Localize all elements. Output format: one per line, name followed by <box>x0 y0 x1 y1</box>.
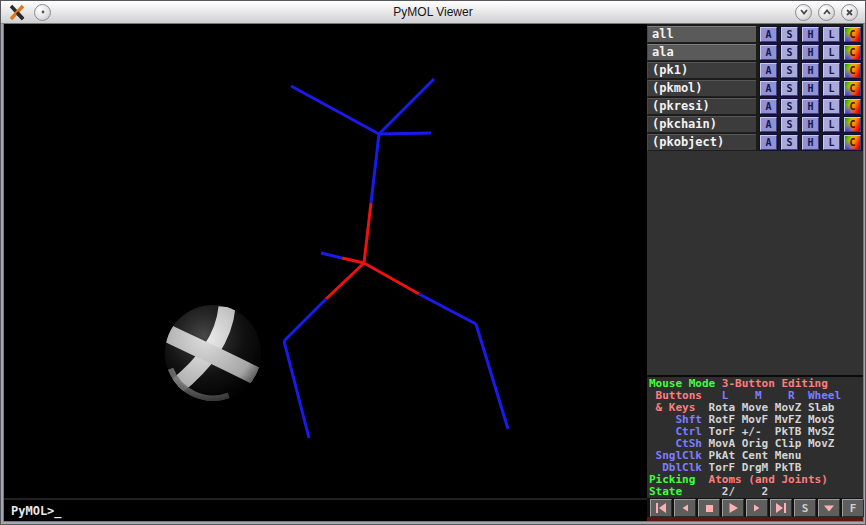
color-c-button[interactable]: C <box>844 27 861 42</box>
play-icon <box>728 503 739 513</box>
show-s-button[interactable]: S <box>781 63 798 78</box>
object-name[interactable]: (pk1) <box>647 62 756 79</box>
x11-logo-icon <box>8 4 26 21</box>
viewport-3d[interactable] <box>4 24 647 498</box>
skip-to-end-icon <box>775 503 787 513</box>
show-s-button[interactable]: S <box>781 135 798 150</box>
playback-controls: S F <box>647 498 863 521</box>
object-name[interactable]: (pkobject) <box>647 134 756 151</box>
frame-menu-button[interactable] <box>818 499 840 517</box>
hide-h-button[interactable]: H <box>802 27 819 42</box>
command-line-input[interactable]: PyMOL>_ <box>4 498 647 521</box>
shade-button[interactable] <box>795 4 812 21</box>
triangle-down-icon <box>823 504 835 513</box>
window-title: PyMOL Viewer <box>1 5 865 19</box>
object-name[interactable]: ala <box>647 44 756 61</box>
action-a-button[interactable]: A <box>760 135 777 150</box>
cli-prompt: PyMOL> <box>11 504 54 518</box>
color-c-button[interactable]: C <box>844 81 861 96</box>
dot-icon <box>39 8 47 16</box>
action-a-button[interactable]: A <box>760 99 777 114</box>
hide-h-button[interactable]: H <box>802 117 819 132</box>
sidebar-spacer <box>647 151 863 375</box>
sticky-button[interactable] <box>34 4 51 21</box>
object-row-pkresi: (pkresi) A S H L C <box>647 98 863 115</box>
scene-s-button[interactable]: S <box>794 499 816 517</box>
cli-cursor: _ <box>54 504 61 518</box>
label-l-button[interactable]: L <box>823 81 840 96</box>
object-row-all: all A S H L C <box>647 26 863 43</box>
action-a-button[interactable]: A <box>760 27 777 42</box>
skip-to-end-button[interactable] <box>770 499 792 517</box>
hide-h-button[interactable]: H <box>802 81 819 96</box>
label-l-button[interactable]: L <box>823 99 840 114</box>
stop-icon <box>705 504 714 513</box>
show-s-button[interactable]: S <box>781 99 798 114</box>
object-row-pkmol: (pkmol) A S H L C <box>647 80 863 97</box>
show-s-button[interactable]: S <box>781 27 798 42</box>
show-s-button[interactable]: S <box>781 117 798 132</box>
hide-h-button[interactable]: H <box>802 135 819 150</box>
step-back-icon <box>680 503 690 513</box>
close-icon <box>845 8 854 17</box>
stop-button[interactable] <box>698 499 720 517</box>
mouse-mode-panel: Mouse Mode 3-Button Editing Buttons L M … <box>647 375 863 498</box>
action-a-button[interactable]: A <box>760 45 777 60</box>
close-button[interactable] <box>841 4 858 21</box>
show-s-button[interactable]: S <box>781 81 798 96</box>
label-l-button[interactable]: L <box>823 117 840 132</box>
play-button[interactable] <box>722 499 744 517</box>
object-name[interactable]: (pkmol) <box>647 80 756 97</box>
maximize-button[interactable] <box>818 4 835 21</box>
titlebar[interactable]: PyMOL Viewer <box>1 1 865 24</box>
object-row-pkobject: (pkobject) A S H L C <box>647 134 863 151</box>
chevron-down-icon <box>799 8 809 16</box>
step-forward-button[interactable] <box>746 499 768 517</box>
hide-h-button[interactable]: H <box>802 99 819 114</box>
action-a-button[interactable]: A <box>760 81 777 96</box>
action-a-button[interactable]: A <box>760 117 777 132</box>
skip-to-start-icon <box>655 503 667 513</box>
object-name[interactable]: (pkresi) <box>647 98 756 115</box>
object-name[interactable]: all <box>647 26 756 43</box>
chevron-up-icon <box>822 8 832 16</box>
pymol-viewer-window: PyMOL Viewer <box>0 0 866 525</box>
pick-sphere-marker <box>165 305 261 401</box>
skip-to-start-button[interactable] <box>650 499 672 517</box>
sidebar: all A S H L C ala A S H L <box>647 24 863 498</box>
label-l-button[interactable]: L <box>823 27 840 42</box>
object-list: all A S H L C ala A S H L <box>647 24 863 151</box>
step-forward-icon <box>752 503 762 513</box>
label-l-button[interactable]: L <box>823 63 840 78</box>
object-name[interactable]: (pkchain) <box>647 116 756 133</box>
label-l-button[interactable]: L <box>823 45 840 60</box>
show-s-button[interactable]: S <box>781 45 798 60</box>
label-l-button[interactable]: L <box>823 135 840 150</box>
object-row-pkchain: (pkchain) A S H L C <box>647 116 863 133</box>
hide-h-button[interactable]: H <box>802 45 819 60</box>
molecule-render <box>4 24 647 498</box>
color-c-button[interactable]: C <box>844 99 861 114</box>
color-c-button[interactable]: C <box>844 135 861 150</box>
color-c-button[interactable]: C <box>844 45 861 60</box>
color-c-button[interactable]: C <box>844 117 861 132</box>
object-row-ala: ala A S H L C <box>647 44 863 61</box>
fullscreen-f-button[interactable]: F <box>842 499 864 517</box>
object-row-pk1: (pk1) A S H L C <box>647 62 863 79</box>
action-a-button[interactable]: A <box>760 63 777 78</box>
color-c-button[interactable]: C <box>844 63 861 78</box>
state-row: State 2/ 2 <box>649 486 861 498</box>
hide-h-button[interactable]: H <box>802 63 819 78</box>
step-back-button[interactable] <box>674 499 696 517</box>
